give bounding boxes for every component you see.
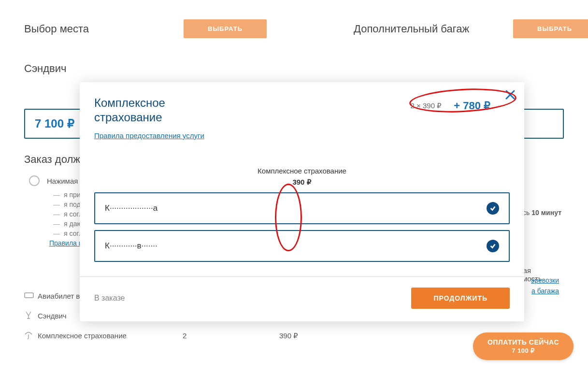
sandwich-title: Сэндвич	[24, 62, 184, 75]
modal-title: Комплексноестрахование	[94, 96, 249, 125]
ticket-icon	[24, 291, 38, 301]
check-icon[interactable]	[487, 202, 499, 215]
close-icon[interactable]	[505, 89, 516, 102]
glass-icon	[24, 311, 38, 321]
passenger-row[interactable]: К···················а	[94, 192, 510, 224]
modal-calc: 2 × 390 ₽	[411, 101, 442, 110]
passenger-row[interactable]: К············в·······	[94, 230, 510, 262]
modal-total: + 780 ₽	[454, 100, 490, 112]
insurance-modal: Комплексноестрахование Правила предостав…	[80, 82, 524, 321]
extra-link-2[interactable]: а багажа	[531, 287, 559, 295]
seat-section: Выбор места ВЫБРАТЬ Дополнительный багаж…	[24, 19, 564, 38]
in-order-label: В заказе	[94, 294, 125, 303]
agree-label: Нажимая к	[47, 177, 83, 185]
modal-product-price: 390 ₽	[94, 178, 510, 187]
rules-link[interactable]: Правила и	[49, 239, 83, 247]
extra-link-1[interactable]: эревозки	[531, 276, 559, 284]
modal-rules-link[interactable]: Правила предоставления услуги	[94, 131, 204, 140]
sandwich-section: Сэндвич	[24, 62, 564, 75]
modal-product-name: Комплексное страхование	[94, 167, 510, 175]
pay-now-button[interactable]: ОПЛАТИТЬ СЕЙЧАС 7 100 ₽	[473, 332, 574, 360]
continue-button[interactable]: ПРОДОЛЖИТЬ	[411, 288, 510, 309]
seat-title: Выбор места	[24, 23, 184, 35]
baggage-select-button[interactable]: ВЫБРАТЬ	[513, 19, 588, 38]
seat-select-button[interactable]: ВЫБРАТЬ	[184, 19, 267, 38]
agree-radio[interactable]	[29, 175, 40, 186]
svg-rect-0	[25, 293, 33, 298]
check-icon[interactable]	[487, 240, 499, 252]
baggage-title: Дополнительный багаж	[354, 23, 513, 35]
umbrella-icon	[24, 331, 38, 341]
